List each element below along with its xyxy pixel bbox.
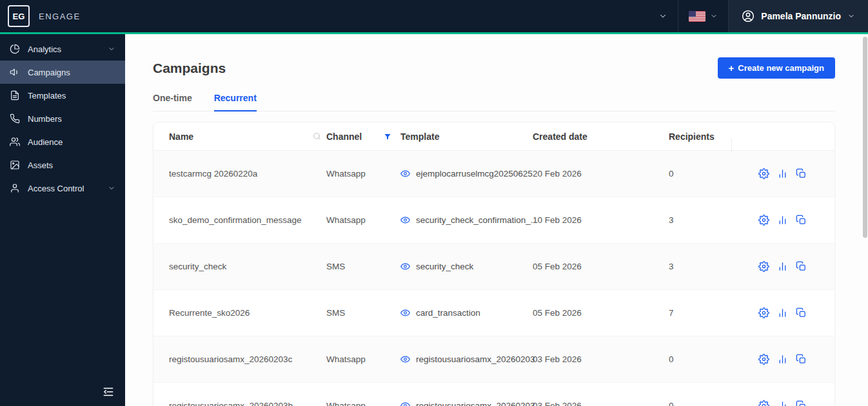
- eye-icon[interactable]: [400, 169, 410, 179]
- numbers-icon: [10, 113, 20, 124]
- table-header: Name Channel Template Created date Recip…: [153, 122, 834, 151]
- eye-icon[interactable]: [400, 262, 410, 271]
- sidebar-item-label: Campaigns: [28, 68, 70, 77]
- cell-template: security_check: [400, 262, 533, 271]
- template-name: registousuariosamx_20260203: [416, 354, 535, 364]
- copy-icon[interactable]: [796, 168, 807, 179]
- eye-icon[interactable]: [400, 354, 410, 364]
- language-selector[interactable]: [678, 0, 728, 32]
- column-recipients-label: Recipients: [669, 131, 715, 142]
- app-logo: EG: [8, 5, 30, 27]
- cell-name: registousuariosamx_20260203b: [169, 401, 326, 406]
- settings-icon[interactable]: [758, 307, 769, 318]
- user-menu[interactable]: Pamela Pannunzio: [729, 0, 868, 32]
- tab-label: Recurrent: [214, 93, 257, 103]
- template-name: security_check: [416, 262, 473, 271]
- cell-name: testcarmcg 20260220a: [169, 169, 326, 179]
- tab-one-time[interactable]: One-time: [153, 93, 192, 111]
- bar-chart-icon[interactable]: [777, 261, 788, 272]
- chevron-down-icon: [108, 184, 115, 192]
- cell-actions: [733, 261, 819, 272]
- chevron-down-icon: [658, 12, 667, 21]
- template-name: registousuariosamx_20260203: [416, 401, 535, 406]
- sidebar-item-audience[interactable]: Audience: [0, 130, 125, 153]
- cell-template: registousuariosamx_20260203: [400, 354, 533, 364]
- sidebar-item-analytics[interactable]: Analytics: [0, 37, 125, 61]
- settings-icon[interactable]: [758, 215, 769, 226]
- column-created-date-label: Created date: [533, 131, 587, 142]
- cell-recipients: 0: [669, 401, 733, 406]
- filter-icon[interactable]: [384, 133, 391, 140]
- cell-template: registousuariosamx_20260203: [400, 401, 533, 406]
- bar-chart-icon[interactable]: [777, 354, 788, 365]
- cell-recipients: 0: [669, 354, 733, 364]
- cell-channel: SMS: [326, 262, 400, 271]
- bar-chart-icon[interactable]: [777, 400, 788, 406]
- cell-name: Recurrente_sko2026: [169, 308, 326, 318]
- cell-actions: [733, 307, 819, 318]
- cell-channel: Whatsapp: [326, 354, 400, 364]
- table-row: registousuariosamx_20260203b Whatsapp re…: [153, 383, 834, 406]
- copy-icon[interactable]: [796, 354, 807, 365]
- eye-icon[interactable]: [400, 401, 410, 406]
- user-circle-icon: [742, 10, 755, 23]
- create-campaign-button[interactable]: + Create new campaign: [718, 57, 835, 79]
- eye-icon[interactable]: [400, 308, 410, 318]
- main-content: Campaigns + Create new campaign One-time…: [125, 34, 868, 406]
- cell-created-date: 10 Feb 2026: [533, 215, 669, 225]
- audience-icon: [10, 137, 20, 147]
- copy-icon[interactable]: [796, 307, 807, 318]
- template-name: ejemplocarruselmcg20250625: [416, 169, 533, 179]
- plus-icon: +: [729, 63, 735, 73]
- sidebar-nav: Analytics Campaigns Templates Numbers Au…: [0, 37, 125, 200]
- campaigns-table: Name Channel Template Created date Recip…: [153, 122, 835, 406]
- bar-chart-icon[interactable]: [777, 215, 788, 226]
- table-row: testcarmcg 20260220a Whatsapp ejemplocar…: [153, 151, 834, 197]
- topbar-dropdown[interactable]: [648, 0, 678, 32]
- sidebar-item-label: Assets: [28, 160, 53, 170]
- column-created-date: Created date: [533, 131, 669, 142]
- cell-actions: [733, 215, 819, 226]
- scrollbar-thumb[interactable]: [863, 37, 867, 238]
- settings-icon[interactable]: [758, 400, 769, 406]
- copy-icon[interactable]: [796, 400, 807, 406]
- settings-icon[interactable]: [758, 261, 769, 272]
- cell-actions: [733, 168, 819, 179]
- column-name: Name: [169, 131, 326, 142]
- eye-icon[interactable]: [400, 215, 410, 225]
- sidebar-item-assets[interactable]: Assets: [0, 153, 125, 177]
- cell-created-date: 03 Feb 2026: [533, 401, 669, 406]
- sidebar-item-campaigns[interactable]: Campaigns: [0, 61, 125, 84]
- cell-template: security_check_confirmation_...: [400, 215, 533, 225]
- cell-name: registousuariosamx_20260203c: [169, 354, 326, 364]
- search-icon[interactable]: [313, 132, 321, 140]
- tab-recurrent[interactable]: Recurrent: [214, 93, 257, 111]
- tab-label: One-time: [153, 93, 192, 103]
- topbar: EG ENGAGE Pamela Pannunzio: [0, 0, 868, 32]
- collapse-sidebar-icon[interactable]: [102, 385, 115, 398]
- column-recipients: Recipients: [669, 131, 733, 142]
- settings-icon[interactable]: [758, 354, 769, 365]
- template-name: security_check_confirmation_...: [416, 215, 538, 225]
- access-control-icon: [10, 183, 20, 193]
- copy-icon[interactable]: [796, 215, 807, 226]
- brand: EG ENGAGE: [0, 5, 81, 27]
- copy-icon[interactable]: [796, 261, 807, 272]
- sidebar-item-label: Numbers: [28, 114, 62, 124]
- create-campaign-label: Create new campaign: [738, 63, 824, 73]
- bar-chart-icon[interactable]: [777, 307, 788, 318]
- brand-name: ENGAGE: [39, 12, 81, 21]
- cell-template: card_transaction: [400, 308, 533, 318]
- sidebar-item-templates[interactable]: Templates: [0, 84, 125, 107]
- sidebar-item-label: Audience: [28, 137, 63, 147]
- bar-chart-icon[interactable]: [777, 168, 788, 179]
- table-row: Recurrente_sko2026 SMS card_transaction …: [153, 290, 834, 336]
- sidebar-item-access-control[interactable]: Access Control: [0, 177, 125, 200]
- sidebar-item-numbers[interactable]: Numbers: [0, 107, 125, 130]
- assets-icon: [10, 160, 20, 170]
- sidebar: Analytics Campaigns Templates Numbers Au…: [0, 34, 125, 406]
- templates-icon: [10, 90, 20, 101]
- topbar-right: Pamela Pannunzio: [648, 0, 868, 32]
- settings-icon[interactable]: [758, 168, 769, 179]
- column-template-label: Template: [400, 131, 439, 142]
